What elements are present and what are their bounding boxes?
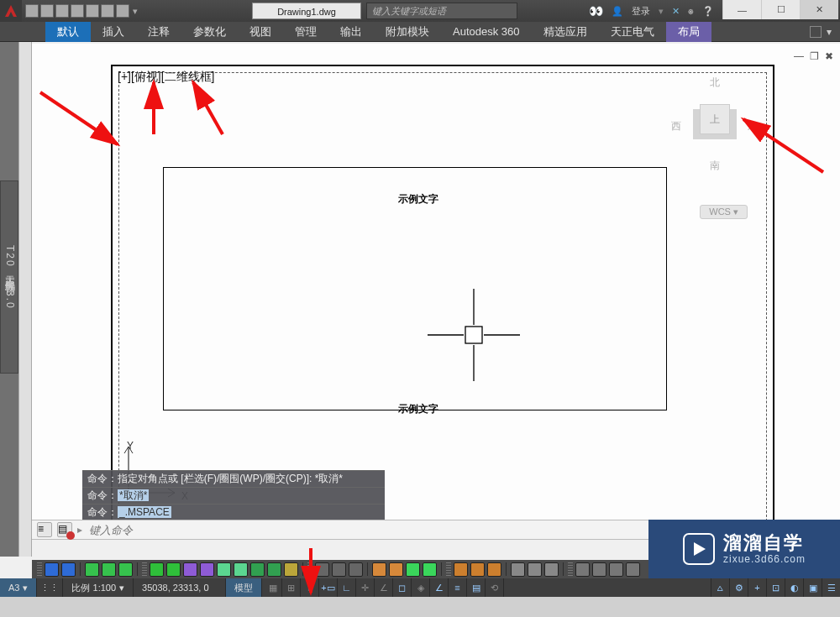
left-palette-strip[interactable]	[18, 42, 32, 557]
cmd-handle-icon[interactable]: ≡	[37, 522, 52, 537]
tool-properties-icon[interactable]	[575, 562, 590, 577]
ribbon-tab-layout[interactable]: 布局	[666, 22, 711, 42]
tool-layeriso-icon[interactable]	[102, 562, 116, 577]
app-logo[interactable]	[0, 0, 22, 22]
viewcube-top-face[interactable]: 上	[700, 104, 730, 134]
polar-toggle-icon[interactable]: ✛	[356, 578, 375, 597]
ribbon-dropdown-icon[interactable]: ▾	[827, 26, 832, 38]
tool-circle-icon[interactable]	[150, 562, 164, 577]
help-search-input[interactable]: 键入关键字或短语	[366, 3, 517, 19]
tool-move-icon[interactable]	[315, 562, 329, 577]
qat-undo-icon[interactable]	[101, 4, 114, 18]
annoscale-toggle-icon[interactable]: 🜂	[711, 578, 729, 597]
ribbon-tab-insert[interactable]: 插入	[91, 22, 136, 42]
tool-calc-icon[interactable]	[626, 562, 640, 577]
scale-chip[interactable]: 比例 1:100 ▾	[63, 578, 134, 597]
signin-label[interactable]: 登录	[632, 5, 650, 18]
qat-customize-icon[interactable]: ▾	[131, 4, 139, 18]
tool-save-icon[interactable]	[45, 562, 59, 577]
tool-chamfer-icon[interactable]	[423, 562, 437, 577]
tool-hatch-icon[interactable]	[284, 562, 298, 577]
tool-arc-icon[interactable]	[183, 562, 197, 577]
ribbon-tab-featured[interactable]: 精选应用	[532, 22, 599, 42]
maximize-button[interactable]: ☐	[761, 0, 800, 19]
tool-extend-icon[interactable]	[389, 562, 403, 577]
viewcube-south[interactable]: 南	[675, 159, 754, 173]
drawing-area[interactable]: — ❐ ✖ [+][俯视][二维线框] 示例文字 示例文字 Y X 北	[32, 44, 840, 520]
ribbon-tab-output[interactable]: 输出	[328, 22, 374, 42]
tool-layeroff-icon[interactable]	[118, 562, 133, 577]
viewcube-west[interactable]: 西	[671, 119, 681, 133]
ribbon-tab-manage[interactable]: 管理	[283, 22, 328, 42]
dynamic-input-toggle-icon[interactable]: +▭	[319, 578, 338, 597]
ribbon-tab-annotate[interactable]: 注释	[136, 22, 181, 42]
sheet-size-chip[interactable]: A3 ▾	[0, 578, 37, 597]
otrack-toggle-icon[interactable]: ∠	[430, 578, 449, 597]
tool-layer-icon[interactable]	[85, 562, 99, 577]
status-grip-icon[interactable]: ⋮⋮	[37, 578, 63, 597]
view-cube[interactable]: 北 西 东 南 上	[675, 71, 754, 188]
ribbon-tab-addins[interactable]: 附加模块	[374, 22, 441, 42]
tool-donut-icon[interactable]	[166, 562, 181, 577]
3dosnap-toggle-icon[interactable]: ◈	[412, 578, 430, 597]
qat-open-icon[interactable]	[40, 4, 54, 18]
ribbon-tab-tangent[interactable]: 天正电气	[599, 22, 666, 42]
toolbar-grip-icon[interactable]	[307, 562, 312, 576]
qat-saveas-icon[interactable]	[71, 4, 84, 18]
doc-minimize-button[interactable]: —	[793, 50, 805, 62]
tool-trim-icon[interactable]	[372, 562, 386, 577]
infer-toggle-icon[interactable]: ⊦	[301, 578, 319, 597]
tool-text-icon[interactable]	[470, 562, 485, 577]
infocenter-search-icon[interactable]: 👀	[589, 4, 603, 18]
viewcube-north[interactable]: 北	[675, 76, 754, 90]
qat-save-icon[interactable]	[55, 4, 69, 18]
toolbar-grip-icon[interactable]	[37, 562, 42, 576]
transparency-toggle-icon[interactable]: ▤	[467, 578, 486, 597]
exchange-x-icon[interactable]: ✕	[672, 6, 680, 17]
tool-polygon-icon[interactable]	[267, 562, 281, 577]
tangent-palette-title[interactable]: T20天正电气软件 V3.0	[0, 180, 18, 374]
workspace-toggle-icon[interactable]: ⚙	[729, 578, 748, 597]
annomonitor-toggle-icon[interactable]: +	[748, 578, 766, 597]
tool-rotate-icon[interactable]	[349, 562, 363, 577]
tool-leader-icon[interactable]	[487, 562, 501, 577]
viewcube-east[interactable]: 东	[748, 119, 758, 133]
ribbon-panel-icon[interactable]	[810, 26, 822, 38]
toolbar-grip-icon[interactable]	[142, 562, 147, 576]
isolate-toggle-icon[interactable]: ◐	[785, 578, 803, 597]
tool-spline-icon[interactable]	[234, 562, 248, 577]
tool-measure-icon[interactable]	[609, 562, 623, 577]
exchange-a-icon[interactable]: ⎈	[688, 6, 694, 16]
hardware-accel-icon[interactable]: ⊡	[766, 578, 785, 597]
qat-plot-icon[interactable]	[86, 4, 99, 18]
tool-fillet-icon[interactable]	[406, 562, 420, 577]
tool-match-icon[interactable]	[592, 562, 606, 577]
tool-dim-icon[interactable]	[454, 562, 468, 577]
ribbon-tab-default[interactable]: 默认	[45, 22, 91, 42]
ribbon-tab-view[interactable]: 视图	[238, 22, 283, 42]
cleanscreen-toggle-icon[interactable]: ▣	[803, 578, 822, 597]
grid-toggle-icon[interactable]: ▦	[264, 578, 282, 597]
toolbar-grip-icon[interactable]	[568, 562, 573, 576]
wcs-badge[interactable]: WCS ▾	[700, 205, 748, 219]
snap-toggle-icon[interactable]: ⊞	[282, 578, 301, 597]
ribbon-tab-a360[interactable]: Autodesk 360	[441, 22, 532, 42]
doc-close-button[interactable]: ✖	[823, 50, 835, 62]
qat-redo-icon[interactable]	[116, 4, 129, 18]
customize-status-icon[interactable]: ☰	[822, 578, 840, 597]
iso-toggle-icon[interactable]: ∠	[375, 578, 393, 597]
close-button[interactable]: ✕	[800, 0, 838, 19]
doc-restore-button[interactable]: ❐	[808, 50, 820, 62]
minimize-button[interactable]: —	[722, 0, 761, 19]
osnap-toggle-icon[interactable]: ◻	[393, 578, 412, 597]
tool-ellipse-icon[interactable]	[200, 562, 214, 577]
cycling-toggle-icon[interactable]: ⟲	[486, 578, 504, 597]
ortho-toggle-icon[interactable]: ∟	[338, 578, 356, 597]
cmd-recent-icon[interactable]: ▤	[57, 522, 72, 537]
tool-table-icon[interactable]	[544, 562, 559, 577]
tool-block-icon[interactable]	[511, 562, 525, 577]
help-icon[interactable]: ❔	[702, 6, 714, 17]
ribbon-tab-parametric[interactable]: 参数化	[181, 22, 238, 42]
qat-new-icon[interactable]	[25, 4, 39, 18]
toolbar-grip-icon[interactable]	[446, 562, 451, 576]
